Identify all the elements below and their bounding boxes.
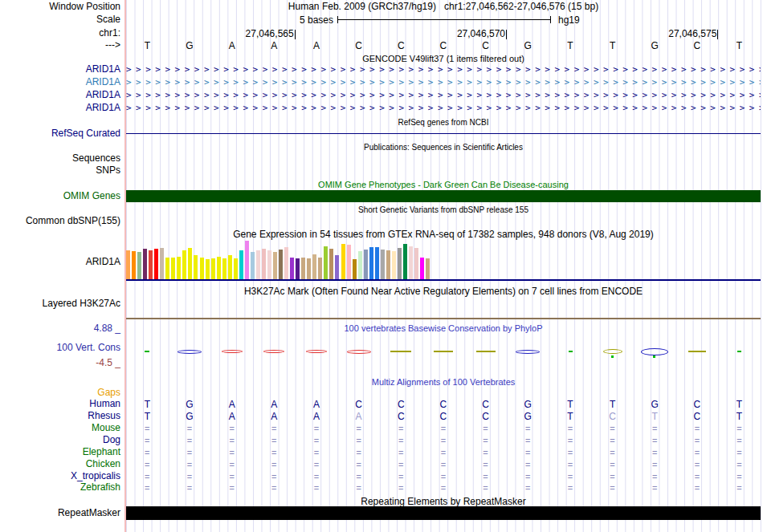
gtex-tissue-bar[interactable] [414, 248, 418, 279]
gtex-tissue-bar[interactable] [420, 258, 424, 279]
base-letter: A [253, 40, 296, 51]
gtex-tissue-bar[interactable] [160, 248, 164, 279]
alignment-base: = [296, 459, 338, 470]
gtex-tissue-bar[interactable] [273, 252, 277, 279]
gtex-tissue-bar[interactable] [200, 258, 204, 279]
gtex-tissue-bar[interactable] [353, 259, 357, 279]
gtex-tissue-bar[interactable] [211, 258, 215, 279]
gtex-tissue-bar[interactable] [251, 252, 255, 279]
sequences-label[interactable]: Sequences [0, 153, 120, 164]
h3k27ac-baseline[interactable] [126, 318, 761, 319]
gtex-tissue-bar[interactable] [369, 247, 373, 279]
gtex-tissue-bar[interactable] [267, 250, 271, 279]
phylop-data-dot [611, 355, 614, 358]
gtex-tissue-bar[interactable] [194, 255, 198, 279]
species-label[interactable]: Rhesus [0, 411, 120, 421]
gtex-tissue-bar[interactable] [132, 251, 136, 279]
gtex-tissue-bar[interactable] [217, 257, 221, 279]
species-label[interactable]: Human [0, 399, 120, 409]
species-label[interactable]: Chicken [0, 459, 120, 469]
gtex-tissue-bar[interactable] [358, 251, 362, 279]
omim-genes-label[interactable]: OMIM Genes [0, 191, 120, 201]
alignment-row[interactable]: =============== [126, 471, 761, 482]
gencode-transcript-arrows[interactable]: >>>>>>>>>>>>>>>>>>>>>>>>>>>>>>>>>>>>>>>>… [126, 103, 761, 114]
gencode-transcript-label[interactable]: ARID1A [0, 103, 120, 113]
gtex-tissue-bar[interactable] [409, 246, 413, 279]
gtex-tissue-bar[interactable] [188, 248, 192, 279]
gtex-tissue-bar[interactable] [256, 250, 260, 279]
gtex-tissue-bar[interactable] [137, 252, 141, 279]
refseq-curated-label[interactable]: RefSeq Curated [0, 128, 120, 139]
gtex-tissue-bar[interactable] [375, 247, 379, 279]
gencode-transcript-arrows[interactable]: >>>>>>>>>>>>>>>>>>>>>>>>>>>>>>>>>>>>>>>>… [126, 64, 761, 75]
gtex-tissue-bar[interactable] [149, 250, 153, 279]
gtex-tissue-bar[interactable] [234, 258, 238, 279]
gencode-transcript-label[interactable]: ARID1A [0, 90, 120, 100]
gtex-tissue-bar[interactable] [364, 250, 368, 279]
gtex-tissue-bar[interactable] [228, 255, 232, 279]
gtex-tissue-bar[interactable] [165, 258, 169, 279]
gtex-tissue-bar[interactable] [307, 258, 311, 279]
species-label[interactable]: Zebrafish [0, 482, 120, 493]
gtex-tissue-bar[interactable] [284, 247, 288, 279]
alignment-row[interactable]: TGAAACCCCGTTGCT [126, 399, 761, 410]
gtex-gene-label[interactable]: ARID1A [0, 257, 120, 267]
gtex-tissue-bar[interactable] [312, 254, 316, 279]
gtex-tissue-bar[interactable] [239, 250, 243, 279]
alignment-row[interactable]: =============== [126, 423, 761, 434]
gtex-tissue-bar[interactable] [182, 250, 186, 279]
species-label[interactable]: X_tropicalis [0, 471, 120, 481]
gtex-tissue-bar[interactable] [262, 249, 266, 279]
gtex-tissue-bar[interactable] [154, 249, 158, 279]
gtex-tissue-bar[interactable] [426, 258, 430, 279]
gtex-tissue-bar[interactable] [403, 244, 407, 279]
gtex-tissue-bar[interactable] [279, 250, 283, 279]
refseq-curated-line[interactable] [126, 133, 761, 134]
gtex-tissue-bar[interactable] [177, 257, 181, 279]
gtex-tissue-bar[interactable] [222, 258, 226, 279]
gtex-tissue-bar[interactable] [301, 258, 305, 279]
gencode-transcript-arrows[interactable]: >>>>>>>>>>>>>>>>>>>>>>>>>>>>>>>>>>>>>>>>… [126, 77, 761, 88]
common-dbsnp-label[interactable]: Common dbSNP(155) [0, 216, 120, 226]
alignment-row[interactable]: =============== [126, 482, 761, 493]
phylop-track-label[interactable]: 100 Vert. Cons [0, 343, 120, 353]
gencode-transcript-label[interactable]: ARID1A [0, 64, 120, 75]
gtex-tissue-bar[interactable] [398, 248, 402, 279]
window-position-label: Window Position [0, 2, 120, 12]
gtex-tissue-bar[interactable] [171, 258, 175, 279]
alignment-row[interactable]: =============== [126, 447, 761, 458]
gtex-tissue-bar[interactable] [381, 250, 385, 279]
gtex-tissue-bar[interactable] [335, 255, 339, 279]
species-label[interactable]: Mouse [0, 423, 120, 433]
h3k27ac-label[interactable]: Layered H3K27Ac [0, 298, 120, 309]
gtex-tissue-bar[interactable] [296, 258, 300, 279]
alignment-row[interactable]: TGAAAACCCGTCTCT [126, 411, 761, 422]
repeatmasker-bar[interactable] [126, 506, 761, 520]
alignment-row[interactable]: =============== [126, 459, 761, 470]
gtex-tissue-bar[interactable] [392, 251, 396, 279]
species-label[interactable]: Dog [0, 435, 120, 445]
gtex-tissue-bar[interactable] [318, 258, 322, 279]
gtex-tissue-bar[interactable] [324, 246, 328, 279]
gtex-tissue-bar[interactable] [245, 241, 249, 279]
scale-bar-left-tick [337, 16, 338, 23]
alignment-row[interactable]: =============== [126, 435, 761, 446]
gtex-tissue-bar[interactable] [347, 245, 351, 279]
snps-label[interactable]: SNPs [0, 165, 120, 176]
gtex-tissue-bar[interactable] [126, 250, 130, 279]
species-label[interactable]: Gaps [0, 388, 120, 398]
alignment-base: = [126, 423, 169, 434]
gtex-tissue-bar[interactable] [206, 259, 210, 279]
alignment-base: A [296, 411, 338, 422]
gencode-transcript-label[interactable]: ARID1A [0, 77, 120, 87]
omim-genes-bar[interactable] [126, 190, 761, 202]
gencode-transcript-arrows[interactable]: >>>>>>>>>>>>>>>>>>>>>>>>>>>>>>>>>>>>>>>>… [126, 90, 761, 101]
gtex-tissue-bar[interactable] [341, 244, 345, 279]
repeatmasker-label[interactable]: RepeatMasker [0, 508, 120, 518]
gtex-tissue-bar[interactable] [290, 258, 294, 279]
species-label[interactable]: Elephant [0, 447, 120, 457]
dna-sequence-row[interactable]: TGAAACCCCGTTGCT [126, 40, 761, 51]
gtex-tissue-bar[interactable] [329, 249, 333, 279]
gtex-tissue-bar[interactable] [143, 249, 147, 279]
gtex-tissue-bar[interactable] [386, 250, 390, 279]
